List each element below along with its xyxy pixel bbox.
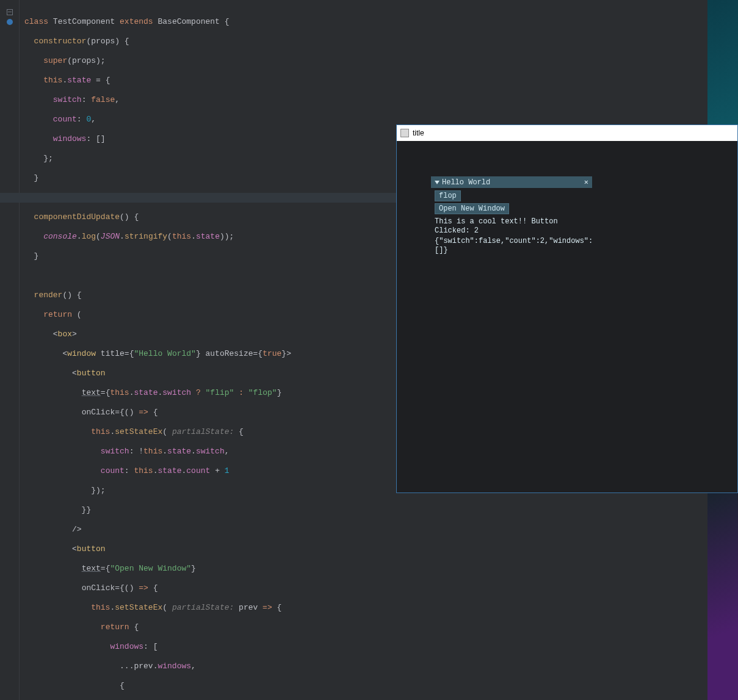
- window-title: title: [413, 129, 424, 137]
- editor-gutter[interactable]: [0, 0, 20, 700]
- status-text: This is a cool text!! Button Clicked: 2: [435, 217, 588, 236]
- app-window[interactable]: title Hello World ✕ flop Open New Window…: [396, 124, 738, 493]
- collapse-icon[interactable]: [435, 181, 440, 184]
- close-icon[interactable]: ✕: [584, 178, 588, 187]
- breakpoint-icon[interactable]: [7, 19, 13, 25]
- state-json-text: {"switch":false,"count":2,"windows":[]}: [435, 237, 588, 255]
- app-icon: [400, 129, 409, 137]
- open-new-window-button[interactable]: Open New Window: [435, 203, 509, 214]
- app-body: Hello World ✕ flop Open New Window This …: [397, 141, 737, 259]
- inner-titlebar[interactable]: Hello World ✕: [431, 176, 592, 188]
- fold-icon[interactable]: [7, 9, 13, 15]
- flop-button[interactable]: flop: [435, 190, 461, 201]
- titlebar[interactable]: title: [397, 125, 737, 141]
- inner-window[interactable]: Hello World ✕ flop Open New Window This …: [431, 176, 592, 259]
- inner-window-title: Hello World: [442, 178, 490, 187]
